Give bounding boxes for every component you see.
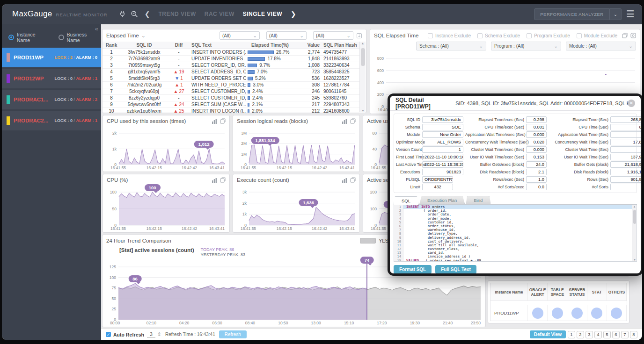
- filter-select[interactable]: (All)⌄: [313, 31, 353, 40]
- nav-prev-icon[interactable]: ❮: [145, 10, 150, 18]
- svg-text:2M: 2M: [241, 141, 247, 146]
- close-icon[interactable]: ✕: [628, 100, 635, 107]
- popout-icon[interactable]: [220, 118, 226, 124]
- sql-table-row[interactable]: 37t0959msvyt5g-SELECT ORDER_ID, OR...9.7…: [102, 62, 359, 69]
- page-button-6[interactable]: 6: [612, 331, 620, 338]
- interval-stepper-icon[interactable]: ⇕: [157, 331, 161, 337]
- page-button-3[interactable]: 3: [585, 331, 593, 338]
- sql-table-row[interactable]: 4g81cbrq5yamf5▲19SELECT ADDRESS_ID, C...…: [102, 69, 359, 75]
- execute-count-chart[interactable]: 01k2k3k16:41:5516:42:1516:42:4216:43:411…: [234, 186, 359, 231]
- field-value: 0.000: [526, 146, 547, 153]
- field-label: User IO Wait Time/exec (Sec): [465, 155, 524, 159]
- sql-table-row[interactable]: 75ckxyqfvu60pj▲27SELECT CUSTOMER_ID,...2…: [102, 88, 359, 95]
- sql-detail-modal: SQL Detail [PROD11WP] SID: 4398, SQL ID:…: [388, 93, 642, 276]
- bar-chart-icon[interactable]: [212, 119, 217, 124]
- sql-table-row[interactable]: 67hk2m2702ua0g▲1WITH NEED_TO_PROCE...3.0…: [102, 82, 359, 88]
- sidebar-collapse-icon[interactable]: «: [95, 25, 98, 32]
- svg-text:21:40: 21:40: [443, 321, 453, 325]
- performance-analyzer-button[interactable]: PERFORMANCE ANALYZER ⌄: [534, 8, 622, 20]
- analyzer-dropdown-icon[interactable]: ⌄: [610, 8, 622, 20]
- hamburger-menu-icon[interactable]: ☰: [626, 9, 635, 19]
- settings-icon[interactable]: [630, 33, 636, 38]
- sql-table-row[interactable]: 55mddt5kt45rg3▼1UPDATE ORDERS SET O...5.…: [102, 75, 359, 82]
- page-button-2[interactable]: 2: [577, 331, 584, 338]
- filter-select[interactable]: Schema : (All)⌄: [416, 42, 486, 50]
- field-label: Buffer Gets (block): [549, 162, 608, 167]
- filter-select[interactable]: (All)⌄: [220, 31, 260, 40]
- tab-single-view[interactable]: SINGLE VIEW: [243, 11, 282, 17]
- checkbox-program-exclude[interactable]: Program Exclude: [527, 33, 570, 38]
- checkbox-module-exclude[interactable]: Module Exclude: [577, 33, 617, 38]
- format-sql-button[interactable]: Format SQL: [394, 265, 432, 273]
- popout-icon[interactable]: [350, 177, 356, 183]
- table-scrollbar[interactable]: ▲▼: [359, 42, 366, 112]
- page-button-4[interactable]: 4: [594, 331, 602, 338]
- svg-text:16:42:42: 16:42:42: [312, 165, 327, 170]
- sql-table-row[interactable]: 27r7636982atn9-UPDATE INVENTORIES ...17.…: [102, 56, 359, 62]
- checkbox-instance-exclude[interactable]: Instance Exclude: [428, 33, 471, 38]
- connection-plug-icon[interactable]: [119, 10, 126, 18]
- sql-table-row[interactable]: 95dywcwv5ns0hf▲24SELECT SUM (CASE W...2.…: [102, 101, 359, 108]
- page-button-1[interactable]: 1: [568, 331, 575, 338]
- filter-select[interactable]: Module : (All)⌄: [566, 42, 636, 50]
- auto-refresh-checkbox[interactable]: ✓: [106, 332, 111, 337]
- bar-chart-icon[interactable]: [342, 119, 347, 124]
- bar-chart-icon[interactable]: [342, 178, 347, 183]
- tab-trend-view[interactable]: TREND VIEW: [158, 11, 196, 17]
- tab-bind[interactable]: Bind: [466, 196, 490, 204]
- status-dot[interactable]: [532, 308, 543, 319]
- modal-subtitle: SID: 4398, SQL ID: 3fw75k1snsddx, SQL Ad…: [455, 100, 628, 106]
- default-view-button[interactable]: Default View: [530, 330, 566, 338]
- zoom-analysis-icon[interactable]: [131, 10, 138, 18]
- status-dot[interactable]: [571, 308, 583, 319]
- cpu-percent-chart[interactable]: 05010016:41:5516:42:1516:42:4216:43:4110…: [104, 186, 228, 231]
- nav-next-icon[interactable]: ❯: [291, 10, 296, 18]
- filter-select[interactable]: Program : (All)⌄: [491, 42, 561, 50]
- tab-rac-view[interactable]: RAC VIEW: [205, 11, 234, 17]
- sql-table-row[interactable]: 10gzbkw1qu6fwxm▲25INSERT INTO LOGON (I..…: [102, 108, 359, 113]
- full-sql-text-button[interactable]: Full SQL Text: [435, 265, 476, 273]
- instance-item-prod11wp[interactable]: PROD11WPLOCK : 2 / ALARM : 0: [2, 48, 101, 67]
- value-badge: 100: [145, 184, 161, 191]
- metric-dropdown-icon[interactable]: ⌄: [141, 33, 146, 39]
- instance-item-prod12wp[interactable]: PROD12WPLOCK : 0 / ALARM : 1: [2, 69, 101, 88]
- field-value: 137,985: [610, 154, 641, 160]
- svg-text:16:42:15: 16:42:15: [146, 226, 162, 231]
- restore-icon[interactable]: [622, 33, 628, 38]
- field-value: 0.020: [526, 139, 547, 145]
- popout-icon[interactable]: [350, 118, 356, 124]
- instance-list: PROD11WPLOCK : 2 / ALARM : 0PROD12WPLOCK…: [2, 48, 101, 130]
- status-dot[interactable]: [552, 308, 563, 319]
- page-button-5[interactable]: 5: [603, 331, 611, 338]
- status-dot[interactable]: [591, 308, 602, 319]
- filter-select[interactable]: (All)⌄: [266, 31, 307, 40]
- svg-text:1M: 1M: [241, 152, 247, 157]
- elapsed-time-title: Elapsed Time: [106, 33, 139, 38]
- popout-icon[interactable]: [220, 177, 226, 183]
- value-badge: 1,012: [194, 141, 214, 148]
- code-scrollbar[interactable]: ▲▼: [632, 205, 637, 261]
- field-label: Rows/exec (Sec): [465, 177, 524, 182]
- sql-table-row[interactable]: 88zz6y2yzdqjp0-SELECT CUSTOMER_ID,...2.4…: [102, 95, 359, 101]
- cpu-session-chart[interactable]: 01k2k16:41:5516:42:1516:42:4216:43:411,0…: [104, 128, 228, 171]
- page-button-8[interactable]: 8: [630, 331, 637, 338]
- refresh-button[interactable]: Refresh: [219, 330, 247, 338]
- instance-item-prodrac2[interactable]: PRODRAC2...LOCK : 0 / ALARM : 1: [2, 111, 101, 130]
- radio-business-name[interactable]: Business Name: [59, 32, 101, 43]
- checkbox-schema-exclude[interactable]: Schema Exclude: [477, 33, 520, 38]
- sql-code-viewer[interactable]: 1INSERT INTO orders2 ( order_id,3 order_…: [394, 205, 637, 262]
- export-icon[interactable]: [356, 33, 362, 39]
- instance-item-prodrac1[interactable]: PRODRAC1...LOCK : 0 / ALARM : 2: [2, 90, 101, 109]
- page-button-7[interactable]: 7: [621, 331, 629, 338]
- status-dot[interactable]: [611, 308, 622, 319]
- svg-text:25: 25: [112, 307, 117, 311]
- tab-execution-plan[interactable]: Execution Plan: [419, 196, 465, 204]
- field-value: 1: [422, 146, 463, 153]
- logical-reads-chart[interactable]: 01M2M3M16:41:5516:42:1516:42:4216:43:411…: [234, 128, 359, 171]
- radio-instance-name[interactable]: Instance Name: [8, 32, 50, 43]
- sql-table-row[interactable]: 13fw75k1snsddx-INSERT INTO ORDERS (...26…: [102, 49, 359, 56]
- refresh-interval-value[interactable]: 3: [147, 331, 155, 337]
- tab-sql[interactable]: SQL: [394, 196, 418, 205]
- svg-text:10:50: 10:50: [278, 321, 288, 325]
- bar-chart-icon[interactable]: [212, 178, 217, 183]
